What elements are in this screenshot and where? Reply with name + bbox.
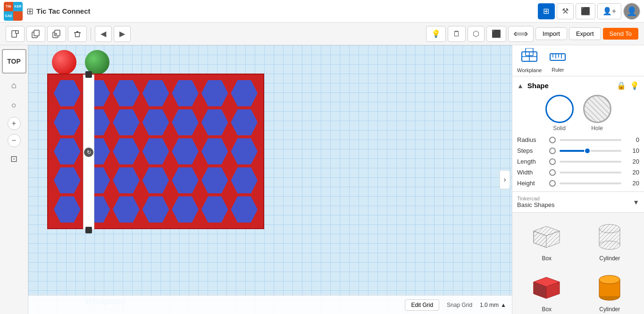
shape-panel: ▲ Shape 🔒 💡 Solid Hole Radius [512, 76, 644, 192]
select-btn[interactable]: ○ [6, 97, 22, 113]
hex-cell [54, 80, 81, 107]
align-icon[interactable]: ⬡ [468, 26, 485, 42]
add-person-btn[interactable]: 👤+ [597, 3, 621, 19]
hex-cell [54, 109, 81, 136]
width-input-circle[interactable] [549, 169, 556, 176]
panel-collapse-btn[interactable]: › [500, 170, 510, 189]
height-slider[interactable] [560, 182, 621, 184]
shape-item-cylinder-grey[interactable]: Cylinder [580, 217, 640, 264]
snap-grid-label: Snap Grid [447, 302, 472, 308]
radius-input-circle[interactable] [549, 137, 556, 143]
shape-header: ▲ Shape 🔒 💡 [517, 81, 639, 90]
workplane-icon [521, 48, 538, 66]
vbar-handle-mid[interactable]: ↻ [84, 148, 93, 157]
new-btn[interactable] [6, 26, 25, 42]
hole-shape [583, 95, 611, 123]
width-label: Width [517, 169, 545, 176]
hole-label: Hole [591, 125, 603, 132]
hex-cell [201, 80, 228, 107]
duplicate-btn[interactable] [47, 26, 66, 42]
svg-point-32 [599, 275, 620, 284]
length-slider[interactable] [560, 161, 621, 163]
shape-item-cylinder-orange[interactable]: Cylinder [580, 268, 640, 314]
hex-cell [231, 109, 258, 136]
delete-btn[interactable] [68, 26, 87, 42]
cylinder-orange-thumb [591, 271, 628, 304]
vbar-handle-bot[interactable] [85, 227, 92, 233]
hex-cell [172, 196, 199, 223]
zoom-in-btn[interactable]: + [8, 117, 21, 130]
box-grey-label: Box [542, 255, 552, 262]
steps-row: Steps 10 [517, 147, 639, 154]
shape-collapse-btn[interactable]: ▲ [517, 82, 524, 90]
mirror-icon[interactable]: ⬛ [486, 26, 506, 42]
sendto-btn[interactable]: Send To [603, 28, 638, 40]
lock-icon[interactable]: 🔒 [617, 81, 626, 90]
snap-mm: 1.0 mm [480, 302, 499, 308]
hex-cell [113, 80, 140, 107]
hole-option[interactable]: Hole [583, 95, 611, 132]
note-icon[interactable]: 🗒 [448, 26, 466, 42]
snap-value[interactable]: 1.0 mm ▲ [480, 302, 506, 308]
library-label: Basic Shapes [517, 201, 630, 208]
copy-btn[interactable] [26, 26, 45, 42]
canvas-area[interactable]: ↻ Workplane Edit Grid Snap Grid 1.0 mm ▲ [28, 45, 512, 314]
nav-sim-btn[interactable]: ⬛ [576, 3, 595, 19]
toolbar-right: 💡 🗒 ⬡ ⬛ ⟺ Import Export Send To [426, 26, 638, 42]
fit-view-btn[interactable]: ⊡ [6, 151, 22, 167]
cylinder-orange-label: Cylinder [599, 306, 620, 313]
radius-slider[interactable] [560, 139, 621, 141]
left-panel: TOP ⌂ ○ + − ⊡ [0, 45, 28, 314]
toolbar: ◀ ▶ 💡 🗒 ⬡ ⬛ ⟺ Import Export Send To [0, 23, 644, 45]
lightbulb-icon[interactable]: 💡 [630, 81, 639, 90]
red-sphere[interactable] [52, 50, 76, 74]
hex-cell [231, 138, 258, 165]
height-input-circle[interactable] [549, 180, 556, 187]
length-value: 20 [625, 158, 639, 165]
undo-btn[interactable]: ◀ [95, 26, 112, 42]
ruler-btn[interactable]: Ruler [549, 49, 566, 73]
svg-rect-3 [34, 30, 39, 36]
redo-btn[interactable]: ▶ [114, 26, 131, 42]
import-btn[interactable]: Import [535, 27, 567, 40]
board-container[interactable]: ↻ [47, 74, 264, 229]
hex-cell [54, 196, 81, 223]
game-board[interactable]: ↻ [47, 74, 264, 229]
shape-item-box-grey[interactable]: Box [517, 217, 577, 264]
nav-build-btn[interactable]: ⚒ [557, 3, 574, 19]
solid-option[interactable]: Solid [545, 95, 574, 132]
nav-grid-btn[interactable]: ⊞ [538, 3, 555, 19]
hex-cell [113, 138, 140, 165]
zoom-out-btn[interactable]: − [8, 134, 21, 147]
avatar-btn[interactable]: 👤 [623, 3, 640, 20]
light-icon[interactable]: 💡 [426, 26, 446, 42]
steps-slider[interactable] [560, 150, 621, 152]
shapes-grid: Box [512, 213, 644, 314]
reflect-icon[interactable]: ⟺ [508, 26, 534, 42]
width-slider[interactable] [560, 172, 621, 174]
length-input-circle[interactable] [549, 158, 556, 165]
box-grey-thumb [528, 220, 566, 253]
hex-cell [172, 109, 199, 136]
shape-item-box-red[interactable]: Box [517, 268, 577, 314]
library-chevron-icon[interactable]: ▼ [633, 198, 639, 206]
edit-grid-btn[interactable]: Edit Grid [405, 299, 439, 311]
height-value: 20 [625, 180, 639, 187]
workplane-btn[interactable]: Workplane [517, 48, 542, 73]
steps-input-circle[interactable] [549, 148, 556, 154]
height-label: Height [517, 180, 545, 187]
grid-view-icon: ⊞ [26, 6, 33, 17]
view-tools: Workplane Ruler [512, 45, 644, 76]
topbar: TIN KER CAD ⊞ Tic Tac Connect ⊞ ⚒ ⬛ 👤+ 👤 [0, 0, 644, 23]
svg-rect-10 [550, 54, 565, 60]
export-btn[interactable]: Export [569, 27, 601, 40]
hex-cell [201, 109, 228, 136]
radius-label: Radius [517, 136, 545, 143]
topbar-right: ⊞ ⚒ ⬛ 👤+ 👤 [538, 3, 640, 20]
vertical-bar[interactable]: ↻ [83, 74, 94, 230]
hex-cell [201, 167, 228, 194]
home-btn[interactable]: ⌂ [6, 77, 22, 93]
vbar-handle-top[interactable] [85, 71, 92, 78]
hex-cell [201, 138, 228, 165]
cylinder-grey-label: Cylinder [599, 255, 620, 262]
